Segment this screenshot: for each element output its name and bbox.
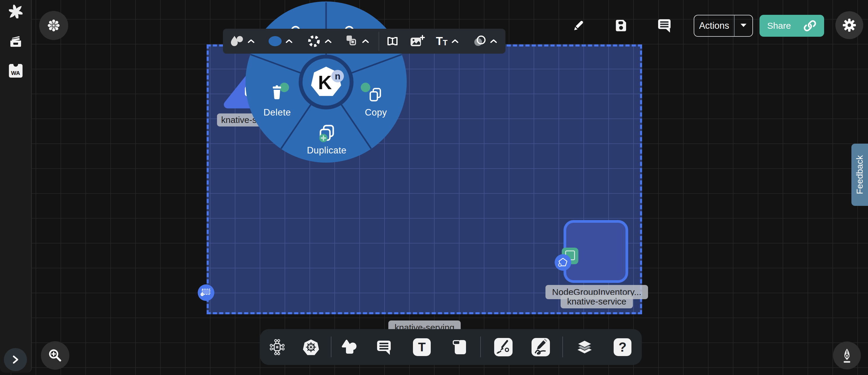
stroke-style-icon xyxy=(307,34,321,48)
kubernetes-icon xyxy=(302,338,320,356)
stroke-style-caret[interactable] xyxy=(324,29,333,54)
service-node-label: knative-service xyxy=(561,295,633,308)
share-button[interactable]: Share xyxy=(760,15,824,37)
add-image-button[interactable] xyxy=(409,29,425,54)
diagram-icon xyxy=(269,339,286,356)
freehand-pencil-icon xyxy=(531,338,550,356)
fill-color-swatch[interactable] xyxy=(268,29,283,54)
knative-mark-icon xyxy=(555,254,571,271)
duplicate-style-icon xyxy=(344,34,358,48)
radial-item-copy[interactable]: Copy xyxy=(355,107,397,118)
radial-item-delete[interactable]: Delete xyxy=(256,107,298,118)
shapes-tool[interactable] xyxy=(340,329,359,365)
share-link-icon xyxy=(803,19,816,32)
duplicate-icon[interactable] xyxy=(318,125,336,143)
feedback-tab-label: Feedback xyxy=(855,155,865,194)
settings-gear-icon xyxy=(842,18,857,33)
comments-button[interactable] xyxy=(657,18,672,33)
opacity-dropdown[interactable] xyxy=(472,29,487,54)
caret-down-icon xyxy=(740,23,747,28)
text-tool-letter: T xyxy=(418,340,426,354)
card-tool[interactable] xyxy=(451,329,470,365)
left-sidebar: WA xyxy=(0,0,32,373)
resize-width-button[interactable] xyxy=(385,29,400,54)
actions-dropdown-caret[interactable] xyxy=(735,23,752,29)
font-size-dropdown[interactable]: TT xyxy=(434,29,450,54)
chevron-up-icon xyxy=(324,38,332,44)
diagram-tool[interactable] xyxy=(268,329,287,365)
opacity-icon xyxy=(473,34,487,48)
share-button-label: Share xyxy=(767,21,791,31)
style-toolbar: TT xyxy=(223,29,505,54)
expand-sidebar-button[interactable] xyxy=(4,348,27,371)
connector-pen-tool[interactable] xyxy=(494,329,513,365)
font-size-icon-big: T xyxy=(436,35,443,48)
add-image-icon xyxy=(409,34,425,48)
fill-color-caret[interactable] xyxy=(285,29,293,54)
font-size-icon-small: T xyxy=(443,38,447,47)
card-icon xyxy=(451,338,469,356)
tools-divider xyxy=(331,337,332,357)
comment-icon xyxy=(376,339,393,355)
shape-style-icon xyxy=(230,34,244,48)
node-cluster-icon xyxy=(46,18,61,33)
wa-badge-text: WA xyxy=(11,70,20,76)
actions-button[interactable]: Actions xyxy=(694,21,734,31)
actions-split-button: Actions xyxy=(694,15,753,37)
copy-icon[interactable] xyxy=(368,88,383,103)
fill-color-icon xyxy=(268,36,282,47)
lasso-selection-badge[interactable] xyxy=(198,284,214,301)
freehand-pencil-tool[interactable] xyxy=(531,329,550,365)
tools-toolbar: T xyxy=(260,329,642,365)
chevron-up-icon xyxy=(247,38,255,44)
chevron-up-icon xyxy=(362,38,369,44)
hub-sub-letter: n xyxy=(335,71,341,81)
node-cluster-button[interactable] xyxy=(39,11,68,40)
comment-tool[interactable] xyxy=(375,329,394,365)
edit-pencil-button[interactable] xyxy=(571,18,585,33)
trash-icon[interactable] xyxy=(270,85,284,101)
wa-badge-icon: WA xyxy=(9,64,23,78)
toolbar-divider xyxy=(378,32,379,50)
layers-icon xyxy=(576,339,593,356)
shapes-icon xyxy=(341,339,359,356)
pen-mode-button[interactable] xyxy=(833,342,861,369)
text-tool[interactable]: T xyxy=(412,329,431,365)
duplicate-style-caret[interactable] xyxy=(361,29,370,54)
zoom-button[interactable] xyxy=(41,341,69,370)
resize-width-icon xyxy=(385,34,400,48)
chevron-up-icon xyxy=(490,38,497,44)
zoom-in-icon xyxy=(48,348,63,363)
expand-chevron-icon xyxy=(10,354,21,365)
chevron-up-icon xyxy=(285,38,293,44)
app-logo-button[interactable] xyxy=(9,5,23,20)
tools-divider xyxy=(562,337,563,357)
kubernetes-tool[interactable] xyxy=(302,329,320,365)
canvas[interactable]: { "header": { "actions_label": "Actions"… xyxy=(0,0,868,375)
shape-style-caret[interactable] xyxy=(247,29,255,54)
settings-button[interactable] xyxy=(835,11,863,39)
duplicate-style-dropdown[interactable] xyxy=(344,29,359,54)
hub-letter: K xyxy=(318,72,332,93)
shape-style-dropdown[interactable] xyxy=(229,29,245,54)
help-tool[interactable]: ? xyxy=(613,329,632,365)
save-button[interactable] xyxy=(614,18,628,32)
help-glyph: ? xyxy=(619,340,627,354)
font-size-caret[interactable] xyxy=(451,29,460,54)
chevron-up-icon xyxy=(451,38,459,44)
inbox-icon xyxy=(9,34,23,48)
layers-tool[interactable] xyxy=(575,329,594,365)
feedback-tab[interactable]: Feedback xyxy=(851,144,868,206)
pinwheel-logo-icon xyxy=(9,5,23,19)
radial-item-duplicate[interactable]: Duplicate xyxy=(303,145,350,156)
opacity-caret[interactable] xyxy=(489,29,498,54)
service-node-label-text: knative-service xyxy=(567,297,626,307)
stroke-style-dropdown[interactable] xyxy=(307,29,321,54)
lasso-selection-icon xyxy=(199,287,213,298)
tools-divider xyxy=(480,337,481,357)
connector-pen-icon xyxy=(494,338,513,356)
pen-nib-icon xyxy=(840,348,855,363)
wa-button[interactable]: WA xyxy=(9,64,23,78)
inbox-button[interactable] xyxy=(9,34,23,50)
